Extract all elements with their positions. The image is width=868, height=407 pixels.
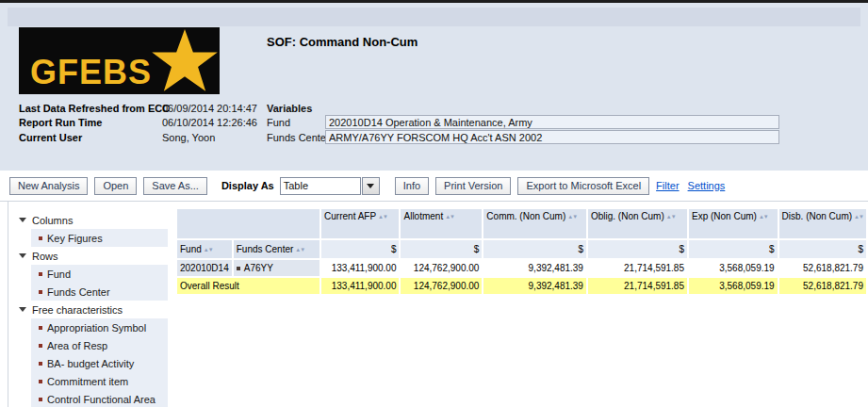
column-header-current-afp[interactable]: Current AFP▲▼ xyxy=(321,209,399,238)
bullet-icon xyxy=(39,362,42,366)
sidebar-group-rows[interactable]: Rows xyxy=(8,247,170,265)
value-cell: 3,568,059.19 xyxy=(689,278,778,294)
info-label-current-user: Current User xyxy=(19,132,160,143)
report-header: GFEBS SOF: Command Non-Cum Last Data Ref… xyxy=(0,3,868,171)
value-cell: 124,762,900.00 xyxy=(401,278,482,294)
value-cell: 9,392,481.39 xyxy=(483,260,586,276)
navigation-panel: Columns Key Figures Rows Fund Funds Cent… xyxy=(8,211,170,407)
sidebar-item-appropriation-symbol[interactable]: Appropriation Symbol xyxy=(31,318,168,336)
display-as-selected-value[interactable]: Table xyxy=(280,177,361,195)
column-header-comm-non-cum[interactable]: Comm. (Non Cum)▲▼ xyxy=(483,209,586,238)
unit-cell: $ xyxy=(483,240,586,258)
value-cell: 21,714,591.85 xyxy=(588,278,687,294)
value-cell: 3,568,059.19 xyxy=(689,260,778,276)
sort-icon[interactable]: ▲▼ xyxy=(666,214,676,220)
value-cell: 133,411,900.00 xyxy=(321,260,399,276)
sidebar-item-commitment-item[interactable]: Commitment item xyxy=(31,372,168,390)
sidebar-item-funds-center[interactable]: Funds Center xyxy=(31,283,168,301)
fund-input[interactable] xyxy=(325,115,779,129)
sidebar-item-fund[interactable]: Fund xyxy=(31,265,168,283)
unit-cell: $ xyxy=(321,240,399,258)
column-header-disb-non-cum[interactable]: Disb. (Non Cum)▲▼ xyxy=(779,209,866,238)
funds-center-label: Funds Center xyxy=(267,132,330,143)
bullet-icon xyxy=(39,326,42,330)
bullet-icon xyxy=(39,290,42,294)
sort-icon[interactable]: ▲▼ xyxy=(378,214,387,220)
open-button[interactable]: Open xyxy=(94,177,137,195)
table-unit-row: Fund▲▼ Funds Center▲▼ $ $ $ $ $ $ xyxy=(177,240,866,258)
chevron-down-icon xyxy=(367,184,374,188)
sort-icon[interactable]: ▲▼ xyxy=(567,214,577,220)
sidebar-item-key-figures[interactable]: Key Figures xyxy=(31,229,168,247)
sidebar-item-control-functional-area[interactable]: Control Functional Area xyxy=(31,390,168,407)
fund-cell: 202010D14 xyxy=(177,260,232,276)
bullet-icon xyxy=(39,272,42,276)
display-as-select[interactable]: Table xyxy=(280,177,380,195)
value-cell: 52,618,821.79 xyxy=(779,260,866,276)
bullet-icon xyxy=(39,398,42,401)
sort-icon[interactable]: ▲▼ xyxy=(854,214,863,220)
collapse-triangle-icon xyxy=(19,253,26,258)
info-label-run-time: Report Run Time xyxy=(19,117,160,128)
table-header-row: Current AFP▲▼ Allotment▲▼ Comm. (Non Cum… xyxy=(177,209,866,238)
sidebar-item-area-of-resp[interactable]: Area of Resp xyxy=(31,336,168,354)
sidebar-group-free-characteristics[interactable]: Free characteristics xyxy=(8,301,170,318)
value-cell: 52,618,821.79 xyxy=(779,278,866,294)
column-header-funds-center[interactable]: Funds Center▲▼ xyxy=(234,240,319,258)
gfebs-logo-text: GFEBS xyxy=(30,53,152,92)
results-table: Current AFP▲▼ Allotment▲▼ Comm. (Non Cum… xyxy=(175,207,868,296)
table-row: 202010D14 A76YY 133,411,900.00 124,762,9… xyxy=(177,260,866,276)
column-header-oblig-non-cum[interactable]: Oblig. (Non Cum)▲▼ xyxy=(588,209,687,238)
value-cell: 124,762,900.00 xyxy=(401,260,482,276)
funds-center-cell: A76YY xyxy=(234,260,319,276)
new-analysis-button[interactable]: New Analysis xyxy=(9,177,88,195)
info-button[interactable]: Info xyxy=(395,177,429,195)
save-as-button[interactable]: Save As... xyxy=(143,177,207,195)
print-version-button[interactable]: Print Version xyxy=(435,177,511,195)
funds-center-input[interactable] xyxy=(325,130,779,144)
filter-link[interactable]: Filter xyxy=(656,180,679,191)
star-icon xyxy=(150,29,220,93)
info-value-last-refresh: 06/09/2014 20:14:47 xyxy=(162,103,257,114)
toolbar: New Analysis Open Save As... Display As … xyxy=(0,171,868,202)
info-value-run-time: 06/10/2014 12:26:46 xyxy=(162,117,257,128)
column-header-allotment[interactable]: Allotment▲▼ xyxy=(401,209,482,238)
fund-label: Fund xyxy=(267,117,290,128)
unit-cell: $ xyxy=(401,240,482,258)
content-area: Columns Key Figures Rows Fund Funds Cent… xyxy=(0,202,868,407)
bullet-icon xyxy=(39,344,42,348)
row-header-blank-cell xyxy=(177,209,319,238)
header-band xyxy=(8,8,860,26)
bullet-icon xyxy=(237,267,240,270)
unit-cell: $ xyxy=(779,240,866,258)
bullet-icon xyxy=(39,236,42,240)
unit-cell: $ xyxy=(588,240,687,258)
value-cell: 9,392,481.39 xyxy=(483,278,586,294)
sidebar-group-columns[interactable]: Columns xyxy=(8,211,170,229)
overall-result-row: Overall Result 133,411,900.00 124,762,90… xyxy=(177,278,866,294)
variables-heading: Variables xyxy=(267,103,312,114)
sort-icon[interactable]: ▲▼ xyxy=(445,214,454,220)
collapse-triangle-icon xyxy=(19,307,26,312)
sort-icon[interactable]: ▲▼ xyxy=(295,247,304,252)
gfebs-report-screen: GFEBS SOF: Command Non-Cum Last Data Ref… xyxy=(0,0,868,407)
overall-result-label: Overall Result xyxy=(177,278,319,294)
column-header-exp-non-cum[interactable]: Exp (Non Cum)▲▼ xyxy=(689,209,778,238)
info-label-last-refresh: Last Data Refreshed from ECC xyxy=(19,103,160,114)
settings-link[interactable]: Settings xyxy=(688,180,726,191)
gfebs-logo: GFEBS xyxy=(19,27,220,94)
value-cell: 133,411,900.00 xyxy=(321,278,399,294)
sort-icon[interactable]: ▲▼ xyxy=(204,247,213,252)
sort-icon[interactable]: ▲▼ xyxy=(759,214,768,220)
unit-cell: $ xyxy=(689,240,778,258)
export-excel-button[interactable]: Export to Microsoft Excel xyxy=(517,177,649,195)
value-cell: 21,714,591.85 xyxy=(588,260,687,276)
page-title: SOF: Command Non-Cum xyxy=(267,35,418,49)
bullet-icon xyxy=(39,380,42,383)
display-as-label: Display As xyxy=(221,180,274,191)
display-as-dropdown-button[interactable] xyxy=(362,177,380,195)
sidebar-item-ba-budget-activity[interactable]: BA- budget Activity xyxy=(31,354,168,372)
info-value-current-user: Song, Yoon xyxy=(162,132,215,143)
column-header-fund[interactable]: Fund▲▼ xyxy=(177,240,232,258)
collapse-triangle-icon xyxy=(19,218,26,222)
